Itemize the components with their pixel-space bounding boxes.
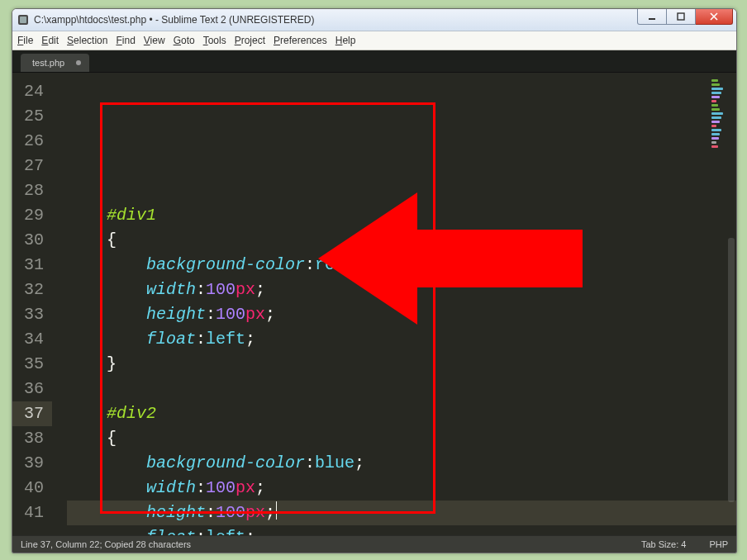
code-line[interactable]: float:left; [67,327,736,352]
status-lang[interactable]: PHP [709,539,728,549]
line-number: 36 [12,377,52,401]
line-number: 28 [12,178,52,203]
minimap-row [711,125,716,127]
code-line[interactable]: background-color:red; [67,253,736,278]
minimize-button[interactable] [637,9,667,25]
code-area[interactable]: #div1 { background-color:red; width:100p… [52,73,736,535]
minimap-row [711,116,721,119]
minimap-row [711,100,716,102]
minimap-row [711,145,718,148]
minimap-row [711,96,720,98]
minimap-row [711,108,720,111]
menu-item-selection[interactable]: Selection [67,35,107,46]
tabstrip: test.php [12,50,736,73]
line-gutter: 242526272829303132333435363738394041 [12,73,52,535]
svg-rect-1 [20,17,26,23]
code-line[interactable]: { [67,228,736,253]
text-cursor [276,501,277,520]
window-title: C:\xampp\htdocs\test.php • - Sublime Tex… [34,14,637,26]
minimap-row [711,79,718,82]
statusbar: Line 37, Column 22; Copied 28 characters… [12,535,736,553]
svg-rect-3 [678,13,684,20]
minimap-row [711,104,718,107]
line-number: 24 [12,79,52,104]
menu-item-help[interactable]: Help [335,35,356,46]
line-number: 35 [12,352,52,377]
menu-item-view[interactable]: View [144,35,165,46]
code-line[interactable]: { [67,426,736,451]
app-icon [17,14,29,26]
minimap-row [711,112,723,115]
status-left: Line 37, Column 22; Copied 28 characters [21,539,191,549]
minimap-row [711,83,720,86]
code-line[interactable]: width:100px; [67,476,736,501]
svg-rect-2 [649,18,655,20]
tab-test-php[interactable]: test.php [21,54,89,72]
scrollbar-thumb[interactable] [728,238,735,502]
minimap-row [711,133,720,135]
line-number: 33 [12,302,52,327]
code-line[interactable]: #div1 [67,203,736,228]
code-line[interactable]: #div2 [67,401,736,426]
line-number: 29 [12,203,52,228]
code-line[interactable] [67,178,736,203]
line-number: 27 [12,154,52,178]
code-line[interactable]: background-color:blue; [67,451,736,476]
menu-item-find[interactable]: Find [116,35,135,46]
line-number: 32 [12,278,52,302]
minimap-row [711,137,719,140]
menubar: FileEditSelectionFindViewGotoToolsProjec… [12,31,736,50]
line-number: 26 [12,129,52,154]
minimap[interactable] [711,79,728,149]
close-button[interactable] [696,9,733,25]
minimap-row [711,88,723,90]
line-number: 38 [12,426,52,451]
menu-item-project[interactable]: Project [235,35,265,46]
window-controls [637,9,736,31]
code-line[interactable]: height:100px; [67,501,736,525]
menu-item-tools[interactable]: Tools [203,35,226,46]
titlebar[interactable]: C:\xampp\htdocs\test.php • - Sublime Tex… [12,9,736,31]
line-number: 30 [12,228,52,253]
minimap-row [711,92,721,94]
editor[interactable]: 242526272829303132333435363738394041 #di… [12,73,736,535]
minimap-row [711,129,721,131]
line-number: 31 [12,253,52,278]
line-number: 39 [12,451,52,476]
line-number: 40 [12,476,52,501]
status-tab-size[interactable]: Tab Size: 4 [641,539,686,549]
menu-item-goto[interactable]: Goto [174,35,195,46]
menu-item-file[interactable]: File [17,35,33,46]
tab-dirty-indicator [76,60,81,65]
maximize-button[interactable] [667,9,696,25]
line-number: 37 [12,401,52,426]
code-line[interactable]: height:100px; [67,302,736,327]
code-line[interactable]: width:100px; [67,278,736,302]
menu-item-edit[interactable]: Edit [41,35,59,46]
app-window: C:\xampp\htdocs\test.php • - Sublime Tex… [12,8,737,553]
menu-item-preferences[interactable]: Preferences [274,35,327,46]
line-number: 41 [12,501,52,525]
code-line[interactable]: float:left; [67,525,736,535]
code-line[interactable]: } [67,352,736,377]
line-number: 34 [12,327,52,352]
code-line[interactable] [67,377,736,401]
line-number: 25 [12,104,52,129]
minimap-row [711,141,716,144]
minimap-row [711,121,720,123]
vertical-scrollbar[interactable] [728,81,735,515]
